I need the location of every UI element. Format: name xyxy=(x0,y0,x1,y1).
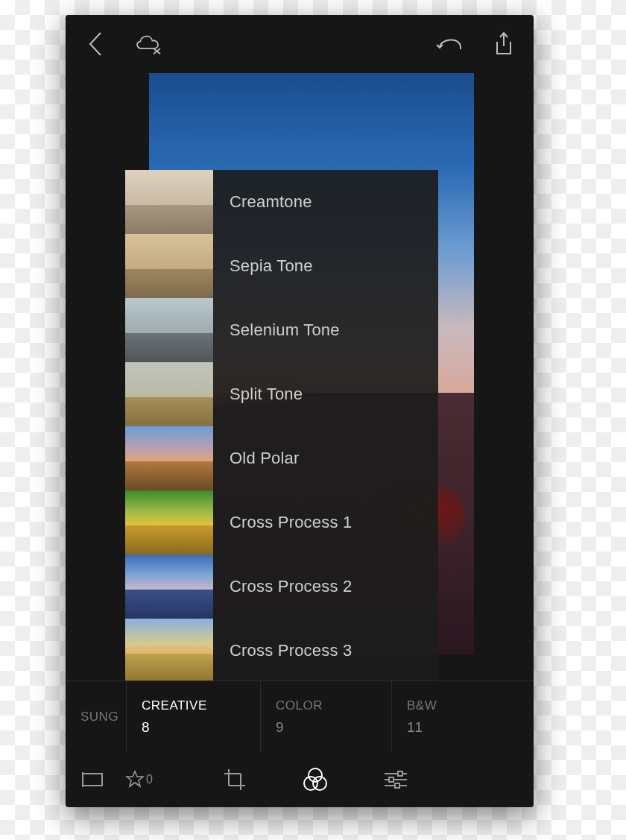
preset-thumbnail xyxy=(125,170,213,234)
preset-thumbnail xyxy=(125,426,213,490)
category-count: 11 xyxy=(407,719,519,736)
preset-thumbnail xyxy=(125,234,213,298)
back-button[interactable] xyxy=(79,28,112,60)
category-count: 8 xyxy=(142,719,245,736)
preset-label: Creamtone xyxy=(213,192,312,212)
preset-item-old-polar[interactable]: Old Polar xyxy=(125,426,438,490)
preset-label: Cross Process 1 xyxy=(213,513,352,532)
preset-thumbnail xyxy=(125,298,213,362)
preset-thumbnail xyxy=(125,490,213,555)
svg-point-10 xyxy=(309,768,322,782)
svg-point-12 xyxy=(313,777,326,790)
svg-rect-18 xyxy=(395,783,399,788)
category-tab-color[interactable]: COLOR 9 xyxy=(261,681,392,752)
bottom-toolbar: 0 xyxy=(66,752,534,807)
rating-count: 0 xyxy=(146,773,153,786)
preset-list-panel: Creamtone Sepia Tone Selenium Tone Split… xyxy=(125,170,438,680)
cloud-cancel-button[interactable] xyxy=(133,28,165,60)
preset-item-split-tone[interactable]: Split Tone xyxy=(125,362,438,426)
category-tab-creative[interactable]: CREATIVE 8 xyxy=(127,681,261,752)
svg-rect-16 xyxy=(398,771,402,776)
category-label: SUNG xyxy=(80,710,111,724)
preset-label: Selenium Tone xyxy=(213,320,340,340)
preset-item-selenium-tone[interactable]: Selenium Tone xyxy=(125,298,438,362)
category-tab-bw[interactable]: B&W 11 xyxy=(392,681,534,752)
svg-rect-17 xyxy=(389,777,393,782)
preset-item-creamtone[interactable]: Creamtone xyxy=(125,170,438,234)
star-icon xyxy=(125,770,145,789)
preset-thumbnail xyxy=(125,362,213,426)
category-label: CREATIVE xyxy=(142,698,245,713)
presets-tool-button[interactable] xyxy=(298,762,332,797)
photo-editor-app: Creamtone Sepia Tone Selenium Tone Split… xyxy=(66,15,534,807)
preset-category-bar: SUNG CREATIVE 8 COLOR 9 B&W 11 xyxy=(66,680,534,752)
preset-item-cross-process-3[interactable]: Cross Process 3 xyxy=(125,619,438,680)
preset-item-cross-process-1[interactable]: Cross Process 1 xyxy=(125,490,438,555)
preset-label: Split Tone xyxy=(213,385,303,404)
crop-tool-button[interactable] xyxy=(218,762,252,797)
svg-rect-3 xyxy=(83,774,102,786)
preset-label: Old Polar xyxy=(213,449,300,468)
preset-thumbnail xyxy=(125,619,213,680)
image-canvas-area: Creamtone Sepia Tone Selenium Tone Split… xyxy=(66,73,534,680)
adjust-tool-button[interactable] xyxy=(379,762,413,797)
rating-button[interactable]: 0 xyxy=(125,770,153,789)
preset-item-sepia-tone[interactable]: Sepia Tone xyxy=(125,234,438,298)
preset-label: Cross Process 2 xyxy=(213,577,352,596)
svg-marker-5 xyxy=(127,771,143,786)
preset-item-cross-process-2[interactable]: Cross Process 2 xyxy=(125,555,438,619)
category-label: COLOR xyxy=(276,698,376,713)
category-label: B&W xyxy=(407,698,519,713)
top-toolbar xyxy=(66,15,534,73)
preset-thumbnail xyxy=(125,555,213,619)
category-count: 9 xyxy=(276,719,376,736)
preset-label: Cross Process 3 xyxy=(213,641,352,660)
undo-button[interactable] xyxy=(434,28,467,60)
share-button[interactable] xyxy=(487,28,520,60)
category-tab-partial[interactable]: SUNG xyxy=(66,681,127,752)
preset-label: Sepia Tone xyxy=(213,256,313,276)
flag-button[interactable] xyxy=(76,762,110,797)
